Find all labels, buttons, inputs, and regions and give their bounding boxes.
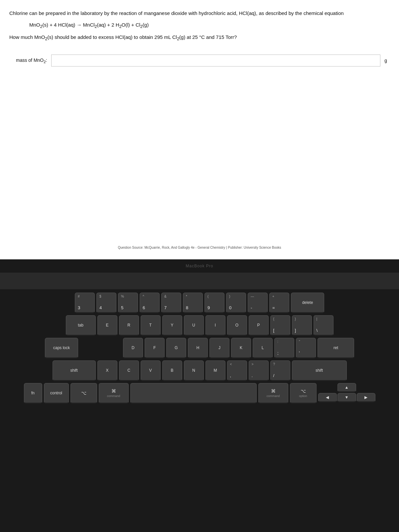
caps-lock-key[interactable]: caps lock (45, 338, 78, 358)
key-l[interactable]: L (253, 338, 273, 358)
key-f[interactable]: F (145, 338, 165, 358)
key-bracket-open[interactable]: { [ (270, 315, 290, 336)
command-right-key[interactable]: ⌘ command (258, 383, 288, 404)
source-line: Question Source: McQuarrie, Rock, And Ga… (0, 246, 399, 249)
key-bracket-close[interactable]: } ] (292, 315, 312, 336)
option-right-key[interactable]: ⌥ option (290, 383, 317, 404)
key-minus[interactable]: — - (248, 293, 268, 313)
bottom-row: fn control ⌥ ⌘ command ⌘ command ⌥ optio… (7, 383, 392, 404)
answer-row: mass of MnO2: g (16, 55, 387, 66)
key-b[interactable]: B (162, 360, 182, 381)
key-g[interactable]: G (166, 338, 186, 358)
key-period[interactable]: > . (249, 360, 269, 381)
key-i[interactable]: I (205, 315, 225, 336)
key-p[interactable]: P (249, 315, 269, 336)
qwerty-row: tab E R T Y U I O P { [ } ] | \ (7, 315, 392, 336)
shift-left-key[interactable]: shift (53, 360, 96, 381)
key-u[interactable]: U (184, 315, 204, 336)
key-d[interactable]: D (123, 338, 143, 358)
key-6[interactable]: ^ 6 (140, 293, 160, 313)
bezel-top: MacBook Pro (0, 259, 399, 273)
key-8[interactable]: * 8 (183, 293, 203, 313)
key-3[interactable]: # 3 (75, 293, 95, 313)
key-k[interactable]: K (231, 338, 251, 358)
option-left-key[interactable]: ⌥ (70, 383, 97, 404)
key-comma[interactable]: < , (227, 360, 247, 381)
key-0[interactable]: ) 0 (226, 293, 246, 313)
control-key[interactable]: control (44, 383, 69, 404)
asdf-row: caps lock D F G H J K L : ; " ' ret (7, 338, 392, 358)
key-m[interactable]: M (205, 360, 225, 381)
key-o[interactable]: O (227, 315, 247, 336)
key-7[interactable]: & 7 (161, 293, 181, 313)
key-semicolon[interactable]: : ; (274, 338, 294, 358)
zxcv-row: shift X C V B N M < , > . ? / shift (7, 360, 392, 381)
arrow-cluster: ▲ ◀ ▼ ▶ (318, 383, 375, 404)
question-main: How much MnO2(s) should be added to exce… (9, 34, 387, 41)
unit-label: g (384, 58, 387, 63)
keyboard: # 3 $ 4 % 5 ^ 6 & 7 * 8 ( 9 ) 0 (0, 289, 399, 532)
space-key[interactable] (130, 383, 257, 404)
delete-key[interactable]: delete (291, 293, 324, 313)
command-left-key[interactable]: ⌘ command (99, 383, 129, 404)
arrow-left-key[interactable]: ◀ (318, 393, 337, 402)
equation-block: MnO2(s) + 4 HCl(aq) → MnCl2(aq) + 2 H2O(… (29, 22, 387, 29)
key-quote[interactable]: " ' (296, 338, 316, 358)
shift-right-key[interactable]: shift (292, 360, 347, 381)
macbook-label: MacBook Pro (186, 264, 213, 268)
key-r[interactable]: R (119, 315, 139, 336)
key-j[interactable]: J (209, 338, 229, 358)
key-y[interactable]: Y (162, 315, 182, 336)
screen: Chlorine can be prepared in the laborato… (0, 0, 399, 259)
key-t[interactable]: T (141, 315, 161, 336)
key-backslash[interactable]: | \ (314, 315, 333, 336)
arrow-down-key[interactable]: ▼ (337, 393, 356, 402)
question-intro: Chlorine can be prepared in the laborato… (9, 9, 387, 17)
key-v[interactable]: V (141, 360, 161, 381)
key-x[interactable]: X (97, 360, 117, 381)
answer-label: mass of MnO2: (16, 58, 47, 64)
key-slash[interactable]: ? / (270, 360, 290, 381)
key-h[interactable]: H (188, 338, 208, 358)
key-equals[interactable]: + = (269, 293, 289, 313)
answer-input[interactable] (51, 55, 381, 66)
key-9[interactable]: ( 9 (204, 293, 224, 313)
arrow-up-key[interactable]: ▲ (337, 383, 356, 392)
arrow-left-right: ◀ ▼ ▶ (318, 393, 375, 402)
return-key[interactable]: ret (318, 338, 354, 358)
fn-key[interactable]: fn (24, 383, 42, 404)
key-c[interactable]: C (119, 360, 139, 381)
tab-key[interactable]: tab (66, 315, 96, 336)
arrow-right-key[interactable]: ▶ (357, 393, 375, 402)
equation-text: MnO2(s) + 4 HCl(aq) → MnCl2(aq) + 2 H2O(… (29, 22, 149, 28)
key-e[interactable]: E (97, 315, 117, 336)
number-row: # 3 $ 4 % 5 ^ 6 & 7 * 8 ( 9 ) 0 (7, 293, 392, 313)
key-n[interactable]: N (184, 360, 204, 381)
key-4[interactable]: $ 4 (96, 293, 116, 313)
key-5[interactable]: % 5 (118, 293, 138, 313)
